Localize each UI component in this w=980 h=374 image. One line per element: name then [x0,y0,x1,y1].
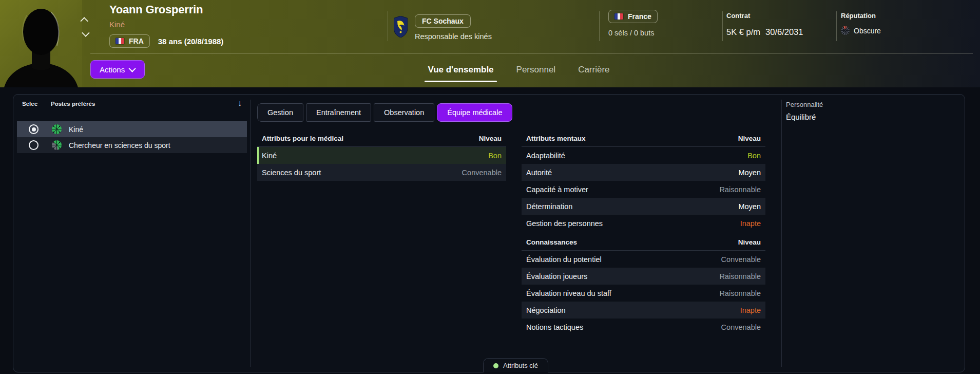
attribute-row: Capacité à motiver Raisonnable [522,181,765,198]
attribute-level: Moyen [738,169,761,177]
nationality-badge[interactable]: FRA [109,34,150,48]
attribute-name: Évaluation du potentiel [526,255,602,264]
attribute-name: Autorité [526,169,552,177]
table-title: Connaissances [526,238,577,246]
contract-section: Contrat 5K € p/m 30/6/2031 [726,12,803,37]
attribute-row: Négociation Inapte [522,302,765,319]
attribute-name: Évaluation niveau du staff [526,289,611,297]
next-person-button[interactable] [81,30,89,36]
position-label: Chercheur en sciences du sport [69,141,170,149]
attribute-category-tabs: Gestion Entraînement Observation Équipe … [257,103,512,122]
table-header: Attributs pour le médical Niveau [257,130,506,147]
position-label: Kiné [69,125,83,134]
attribute-level: Raisonnable [719,289,761,297]
tab-equipe-medicale[interactable]: Équipe médicale [437,103,512,122]
radio-unselected-icon[interactable] [29,140,39,150]
tab-career[interactable]: Carrière [577,65,610,75]
nation-badge[interactable]: France [608,10,658,23]
attribute-row: Notions tactiques Convenable [522,319,765,335]
header-divider [599,11,600,41]
attribute-name: Évaluation joueurs [526,272,587,280]
attribute-row: Évaluation du potentiel Convenable [522,251,765,268]
attribute-level: Moyen [738,202,761,211]
person-identity: Yoann Grosperrin Kiné FRA 38 ans (20/8/1… [109,3,223,48]
level-column-header: Niveau [738,238,761,246]
club-job-text: Responsable des kinés [415,32,492,41]
position-row-kine[interactable]: Kiné [17,121,247,137]
nationality-code: FRA [129,37,144,45]
tab-observation[interactable]: Observation [374,103,434,122]
sort-descending-icon[interactable]: ↓ [238,99,242,108]
person-name: Yoann Grosperrin [109,3,223,16]
key-attributes-legend-label: Attributs clé [503,362,538,369]
attribute-name: Sciences du sport [262,169,321,177]
table-title: Attributs mentaux [526,135,586,142]
chevron-down-icon [82,29,90,37]
attribute-name: Adaptabilité [526,152,565,160]
france-flag-icon [116,38,124,44]
previous-person-button[interactable] [81,17,89,23]
attribute-row: Évaluation niveau du staff Raisonnable [522,285,765,302]
reputation-wheel-icon [841,26,850,35]
personality-section: Personnalité Équilibré [786,101,823,121]
panel-divider [250,100,251,367]
reputation-value: Obscure [854,27,881,35]
role-suitability-icon [52,140,62,150]
tab-entrainement[interactable]: Entraînement [306,103,371,122]
personality-value: Équilibré [786,113,823,121]
personality-label: Personnalité [786,101,823,108]
attribute-name: Détermination [526,202,572,211]
medical-attributes-table: Attributs pour le médical Niveau Kiné Bo… [257,130,506,181]
club-name: FC Sochaux [422,17,464,25]
age-text: 38 ans (20/8/1988) [158,37,224,46]
header-divider [388,11,388,41]
attribute-row: Adaptabilité Bon [522,147,765,164]
profile-tabs: Vue d'ensemble Personnel Carrière [57,65,980,75]
chevron-up-icon [80,17,88,25]
positions-list-header: Selec Postes préférés ↓ [13,98,249,114]
attribute-name: Kiné [262,152,277,160]
tab-personnel[interactable]: Personnel [515,65,557,75]
profile-header: Yoann Grosperrin Kiné FRA 38 ans (20/8/1… [0,0,980,87]
attribute-row: Autorité Moyen [522,164,765,181]
mental-attributes-table: Attributs mentaux Niveau Adaptabilité Bo… [522,130,765,335]
key-attributes-legend: Attributs clé [483,358,548,372]
club-name-badge[interactable]: FC Sochaux [415,14,471,28]
person-role: Kiné [109,20,223,29]
attribute-level: Convenable [721,323,761,331]
nation-name: France [628,12,651,21]
attribute-row: Sciences du sport Convenable [257,164,506,181]
tab-gestion[interactable]: Gestion [257,103,303,122]
tab-overview[interactable]: Vue d'ensemble [427,65,494,75]
level-column-header: Niveau [738,135,761,142]
attribute-row: Kiné Bon [257,147,506,164]
attribute-level: Inapte [740,219,761,228]
radio-selected-icon[interactable] [29,124,39,134]
position-row-chercheur[interactable]: Chercheur en sciences du sport [17,137,247,153]
caps-goals-text: 0 séls / 0 buts [608,29,658,37]
positions-list: Kiné Chercheur en sciences du sport [17,121,247,153]
header-divider [722,11,723,41]
national-team-section: France 0 séls / 0 buts [608,10,658,37]
attribute-row: Détermination Moyen [522,198,765,215]
attribute-level: Inapte [740,306,761,314]
main-panel: Selec Postes préférés ↓ Kiné Chercheur e… [13,94,965,372]
level-column-header: Niveau [479,135,502,142]
attribute-level: Raisonnable [719,185,761,194]
attribute-name: Négociation [526,306,566,314]
role-suitability-icon [52,124,62,134]
key-attribute-dot-icon [493,363,498,368]
column-header-positions: Postes préférés [51,101,95,107]
contract-expiry: 30/6/2031 [765,27,803,37]
attribute-row: Évaluation joueurs Raisonnable [522,268,765,285]
attribute-level: Convenable [462,169,502,177]
contract-label: Contrat [726,12,803,20]
attribute-name: Gestion des personnes [526,219,603,228]
contract-wage: 5K € p/m [726,27,760,37]
column-header-selec: Selec [22,101,37,107]
club-crest-icon [394,16,408,38]
panel-divider [781,100,782,367]
attribute-level: Convenable [721,255,761,264]
header-rule [90,53,973,54]
attribute-level: Raisonnable [719,272,761,280]
